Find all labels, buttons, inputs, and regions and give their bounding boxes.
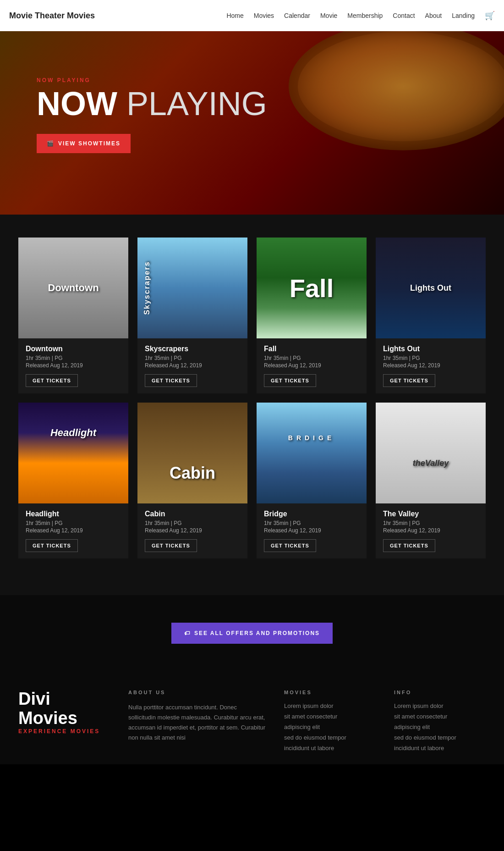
- hero-title-light: PLAYING: [126, 85, 267, 122]
- footer-movies-heading: MOVIES: [284, 690, 376, 695]
- poster-title: Fall: [262, 273, 361, 303]
- footer-movies-item[interactable]: incididunt ut labore: [284, 745, 376, 752]
- film-icon: 🎬: [47, 140, 55, 147]
- footer-brand-title: Divi Movies: [18, 690, 110, 728]
- footer-movies-item[interactable]: sit amet consectetur: [284, 713, 376, 720]
- movie-release: Released Aug 12, 2019: [145, 527, 240, 534]
- nav-about[interactable]: About: [425, 12, 442, 19]
- footer-info-item[interactable]: sit amet consectetur: [394, 713, 486, 720]
- nav-landing[interactable]: Landing: [452, 12, 475, 19]
- footer-movies-item[interactable]: sed do eiusmod tempor: [284, 734, 376, 741]
- footer-brand: Divi Movies EXPERIENCE MOVIES: [18, 690, 110, 755]
- movie-card: Headlight Headlight 1hr 35min | PG Relea…: [18, 403, 128, 558]
- movie-card: Skyscrapers Skyscrapers 1hr 35min | PG R…: [137, 238, 247, 393]
- movies-section: Downtown Downtown 1hr 35min | PG Release…: [0, 215, 504, 595]
- movies-grid-row1: Downtown Downtown 1hr 35min | PG Release…: [18, 238, 486, 558]
- view-showtimes-label: VIEW SHOWTIMES: [58, 140, 121, 147]
- footer: Divi Movies EXPERIENCE MOVIES ABOUT US N…: [0, 671, 504, 764]
- footer-info-item[interactable]: Lorem ipsum dolor: [394, 702, 486, 709]
- get-tickets-button[interactable]: GET TICKETS: [26, 374, 78, 387]
- nav-contact[interactable]: Contact: [393, 12, 415, 19]
- movie-release: Released Aug 12, 2019: [264, 362, 359, 369]
- site-title: Movie Theater Movies: [9, 11, 95, 21]
- movie-info: Fall 1hr 35min | PG Released Aug 12, 201…: [257, 338, 367, 393]
- footer-info-heading: INFO: [394, 690, 486, 695]
- nav-movies[interactable]: Movies: [254, 12, 274, 19]
- movie-release: Released Aug 12, 2019: [145, 362, 240, 369]
- movie-title: Cabin: [145, 510, 240, 518]
- header: Movie Theater Movies Home Movies Calenda…: [0, 0, 504, 31]
- movie-release: Released Aug 12, 2019: [264, 527, 359, 534]
- movie-info: Bridge 1hr 35min | PG Released Aug 12, 2…: [257, 503, 367, 558]
- nav-movie[interactable]: Movie: [320, 12, 337, 19]
- movie-duration: 1hr 35min | PG: [383, 355, 478, 361]
- movie-poster: Fall: [257, 238, 367, 338]
- movie-duration: 1hr 35min | PG: [145, 520, 240, 526]
- footer-info-item[interactable]: incididunt ut labore: [394, 745, 486, 752]
- main-nav: Home Movies Calendar Movie Membership Co…: [226, 11, 495, 21]
- footer-about: ABOUT US Nulla porttitor accumsan tincid…: [128, 690, 266, 755]
- get-tickets-button[interactable]: GET TICKETS: [383, 374, 435, 387]
- hero-title: NOW PLAYING: [37, 87, 467, 120]
- promotions-section: 🏷 SEE ALL OFFERS AND PROMOTIONS: [0, 595, 504, 671]
- movie-duration: 1hr 35min | PG: [383, 520, 478, 526]
- footer-tagline: EXPERIENCE MOVIES: [18, 728, 110, 735]
- movie-duration: 1hr 35min | PG: [26, 355, 121, 361]
- view-showtimes-button[interactable]: 🎬 VIEW SHOWTIMES: [37, 134, 131, 153]
- movie-title: Bridge: [264, 510, 359, 518]
- poster-title: Downtown: [24, 282, 123, 294]
- movie-card: Fall Fall 1hr 35min | PG Released Aug 12…: [257, 238, 367, 393]
- get-tickets-button[interactable]: GET TICKETS: [26, 539, 78, 552]
- footer-movies-col: MOVIES Lorem ipsum dolor sit amet consec…: [284, 690, 376, 755]
- tag-icon: 🏷: [184, 630, 191, 636]
- get-tickets-button[interactable]: GET TICKETS: [264, 539, 316, 552]
- get-tickets-button[interactable]: GET TICKETS: [383, 539, 435, 552]
- movie-release: Released Aug 12, 2019: [26, 527, 121, 534]
- movie-title: Fall: [264, 345, 359, 353]
- footer-info-item[interactable]: adipiscing elit: [394, 724, 486, 730]
- movie-poster: Lights Out: [376, 238, 486, 338]
- footer-movies-item[interactable]: Lorem ipsum dolor: [284, 702, 376, 709]
- nav-calendar[interactable]: Calendar: [284, 12, 310, 19]
- movie-info: Lights Out 1hr 35min | PG Released Aug 1…: [376, 338, 486, 393]
- movie-release: Released Aug 12, 2019: [383, 362, 478, 369]
- movie-title: Skyscrapers: [145, 345, 240, 353]
- movie-poster: BRDIGE: [257, 403, 367, 503]
- poster-title: theValley: [381, 459, 480, 468]
- footer-info-col: INFO Lorem ipsum dolor sit amet consecte…: [394, 690, 486, 755]
- cart-icon[interactable]: 🛒: [485, 11, 495, 21]
- hero-title-bold: NOW: [37, 85, 117, 122]
- nav-membership[interactable]: Membership: [347, 12, 383, 19]
- movie-poster: Skyscrapers: [137, 238, 247, 338]
- movie-card: BRDIGE Bridge 1hr 35min | PG Released Au…: [257, 403, 367, 558]
- get-tickets-button[interactable]: GET TICKETS: [145, 539, 197, 552]
- movie-poster: theValley: [376, 403, 486, 503]
- movie-poster: Downtown: [18, 238, 128, 338]
- movie-release: Released Aug 12, 2019: [383, 527, 478, 534]
- movie-title: The Valley: [383, 510, 478, 518]
- see-all-offers-button[interactable]: 🏷 SEE ALL OFFERS AND PROMOTIONS: [171, 623, 333, 644]
- poster-title: BRDIGE: [262, 434, 361, 442]
- movie-card: Downtown Downtown 1hr 35min | PG Release…: [18, 238, 128, 393]
- movie-title: Lights Out: [383, 345, 478, 353]
- movie-info: Downtown 1hr 35min | PG Released Aug 12,…: [18, 338, 128, 393]
- footer-movies-list: Lorem ipsum dolor sit amet consectetur a…: [284, 702, 376, 752]
- footer-movies-item[interactable]: adipiscing elit: [284, 724, 376, 730]
- footer-info-item[interactable]: sed do eiusmod tempor: [394, 734, 486, 741]
- hero-subtitle: NOW PLAYING: [37, 77, 467, 83]
- movie-card: Cabin Cabin 1hr 35min | PG Released Aug …: [137, 403, 247, 558]
- footer-about-text: Nulla porttitor accumsan tincidunt. Done…: [128, 702, 266, 743]
- movie-poster: Headlight: [18, 403, 128, 503]
- movie-info: The Valley 1hr 35min | PG Released Aug 1…: [376, 503, 486, 558]
- hero-section: NOW PLAYING NOW PLAYING 🎬 VIEW SHOWTIMES: [0, 31, 504, 215]
- movie-duration: 1hr 35min | PG: [264, 355, 359, 361]
- get-tickets-button[interactable]: GET TICKETS: [264, 374, 316, 387]
- movie-title: Headlight: [26, 510, 121, 518]
- movie-duration: 1hr 35min | PG: [26, 520, 121, 526]
- promo-button-label: SEE ALL OFFERS AND PROMOTIONS: [194, 630, 320, 636]
- movie-duration: 1hr 35min | PG: [264, 520, 359, 526]
- hero-content: NOW PLAYING NOW PLAYING 🎬 VIEW SHOWTIMES: [0, 31, 504, 199]
- get-tickets-button[interactable]: GET TICKETS: [145, 374, 197, 387]
- poster-title: Headlight: [24, 427, 123, 439]
- nav-home[interactable]: Home: [226, 12, 243, 19]
